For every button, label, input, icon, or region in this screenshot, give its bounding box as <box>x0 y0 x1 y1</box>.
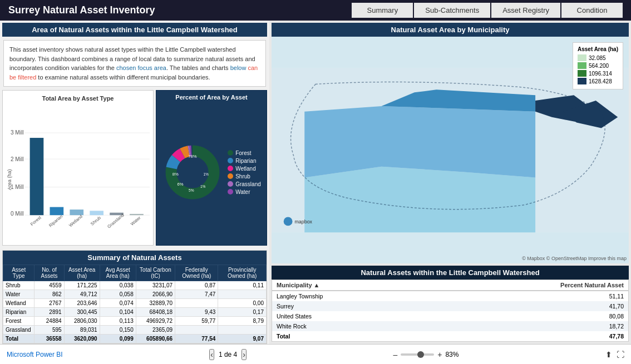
summary-total-cell: 77,54 <box>175 335 218 343</box>
svg-text:Area (ha): Area (ha) <box>7 169 12 190</box>
legend-color-4 <box>578 78 586 84</box>
svg-text:1%: 1% <box>200 185 206 188</box>
legend-color-1 <box>578 54 586 61</box>
donut-chart-box: Percent of Area by Asset <box>156 90 267 246</box>
col-fed-owned: Federally Owned (ha) <box>175 265 218 281</box>
muni-col-municipality: Municipality ▲ <box>272 280 426 291</box>
summary-total-cell: 3620,090 <box>64 335 100 343</box>
legend-value-3: 1096.314 <box>589 71 612 77</box>
legend-label-shrub: Shrub <box>235 173 250 179</box>
legend-color-3 <box>578 70 586 77</box>
muni-cell-name: White Rock <box>272 321 426 331</box>
summary-cell: 9,43 <box>175 308 218 317</box>
map-container[interactable]: mapbox Asset Area (ha) 32.085 564.200 <box>272 37 629 263</box>
summary-cell: 0,00 <box>218 299 267 308</box>
tab-asset-registry[interactable]: Asset Registry <box>491 3 560 18</box>
muni-cell-percent: 41,70 <box>426 301 628 311</box>
bottom-bar: Microsoft Power BI ‹ 1 de 4 › – + 83% ⬆ … <box>0 344 631 364</box>
legend-label-riparian: Riparian <box>235 158 256 164</box>
summary-table-row: Water86249,7120,0582066,907,47 <box>3 290 267 299</box>
svg-rect-9 <box>30 138 44 215</box>
map-legend: Asset Area (ha) 32.085 564.200 1096.314 <box>573 42 623 89</box>
legend-item-2: 564.200 <box>578 62 618 69</box>
watershed-label: Natural Assets within the Little Campbel… <box>272 266 629 280</box>
summary-cell: 300,445 <box>64 308 100 317</box>
tab-condition[interactable]: Condition <box>561 3 623 18</box>
summary-cell <box>218 290 267 299</box>
summary-total-cell: 605890,66 <box>136 335 175 343</box>
zoom-minus-button[interactable]: – <box>393 350 397 359</box>
zoom-slider-thumb <box>417 351 424 358</box>
charts-row: Total Area by Asset Type 3 Mill 2 Mill 1… <box>2 90 267 246</box>
summary-cell: 4559 <box>34 281 64 290</box>
svg-rect-13 <box>70 210 83 215</box>
legend-grassland: Grassland <box>228 181 261 187</box>
muni-cell-name: Surrey <box>272 301 426 311</box>
muni-cell-name: United States <box>272 311 426 321</box>
nav-tabs: Summary Sub-Catchments Asset Registry Co… <box>352 3 623 18</box>
legend-value-2: 564.200 <box>589 63 609 69</box>
summary-cell: 862 <box>34 290 64 299</box>
export-button[interactable]: ⬆ <box>605 350 612 359</box>
svg-text:8%: 8% <box>172 172 179 177</box>
summary-cell: 0,87 <box>175 281 218 290</box>
bar-chart-area: 3 Mill 2 Mill 1 Mill 0 Mill Area (ha) <box>6 104 150 243</box>
svg-text:Wetland: Wetland <box>68 214 83 228</box>
donut-content: 78% 8% 6% 5% 1% 1% Forest <box>160 103 263 242</box>
summary-table-title: Summary of Natural Assets <box>3 251 267 265</box>
summary-cell: 3231,07 <box>136 281 175 290</box>
summary-cell: 171,225 <box>64 281 100 290</box>
svg-text:Water: Water <box>130 215 142 226</box>
legend-title: Asset Area (ha) <box>578 46 618 52</box>
tab-sub-catchments[interactable]: Sub-Catchments <box>414 3 490 18</box>
col-avg-area: Avg Asset Area (ha) <box>100 265 136 281</box>
summary-cell: 0,058 <box>100 290 136 299</box>
donut-legend: Forest Riparian Wetland <box>228 150 261 195</box>
tab-summary[interactable]: Summary <box>352 3 413 18</box>
summary-table-section: Summary of Natural Assets Asset Type No.… <box>2 250 267 344</box>
powerbi-link[interactable]: Microsoft Power BI <box>7 351 63 358</box>
legend-riparian: Riparian <box>228 158 261 164</box>
summary-table-row: Riparian2891300,4450,10468408,189,430,17 <box>3 308 267 317</box>
next-page-button[interactable]: › <box>241 349 247 360</box>
fullscreen-button[interactable]: ⛶ <box>617 350 624 359</box>
col-no-assets: No. of Assets <box>34 265 64 281</box>
svg-text:Forest: Forest <box>29 215 42 227</box>
summary-table-row: Shrub4559171,2250,0383231,070,870,11 <box>3 281 267 290</box>
summary-cell: 0,104 <box>100 308 136 317</box>
svg-text:3 Mill: 3 Mill <box>11 129 24 136</box>
legend-item-4: 1628.428 <box>578 78 618 84</box>
zoom-plus-button[interactable]: + <box>437 350 442 359</box>
svg-text:Riparian: Riparian <box>48 214 63 228</box>
donut-svg: 78% 8% 6% 5% 1% 1% <box>162 142 223 203</box>
summary-cell: 0,11 <box>218 281 267 290</box>
svg-rect-15 <box>90 211 103 215</box>
muni-total-label: Total <box>272 331 426 341</box>
prev-page-button[interactable]: ‹ <box>209 349 214 360</box>
summary-cell: 24884 <box>34 317 64 326</box>
summary-cell: 0,150 <box>100 326 136 335</box>
legend-value-4: 1628.428 <box>589 78 612 84</box>
legend-dot-forest <box>228 150 233 156</box>
summary-cell: 2806,030 <box>64 317 100 326</box>
bar-chart-title: Total Area by Asset Type <box>6 95 150 102</box>
summary-cell: Grassland <box>3 326 34 335</box>
summary-cell: 0,074 <box>100 299 136 308</box>
muni-table-row: United States80,08 <box>272 311 628 321</box>
legend-value-1: 32.085 <box>589 55 606 61</box>
svg-text:1%: 1% <box>204 172 209 176</box>
muni-cell-percent: 51,11 <box>426 291 628 301</box>
summary-table-row: Forest248842806,0300,113496929,7259,778,… <box>3 317 267 326</box>
summary-cell <box>175 299 218 308</box>
map-title: Natural Asset Area by Municipality <box>272 23 629 37</box>
zoom-slider[interactable] <box>401 353 434 356</box>
legend-label-grassland: Grassland <box>235 181 261 187</box>
legend-wetland: Wetland <box>228 166 261 172</box>
main-content: Area of Natural Assets within the Little… <box>0 21 631 344</box>
svg-text:5%: 5% <box>189 188 194 192</box>
legend-item-3: 1096.314 <box>578 70 618 77</box>
legend-color-2 <box>578 62 586 69</box>
muni-table: Municipality ▲ Percent Natural Asset Lan… <box>272 280 628 341</box>
pagination: ‹ 1 de 4 › <box>209 349 247 360</box>
summary-cell: Wetland <box>3 299 34 308</box>
